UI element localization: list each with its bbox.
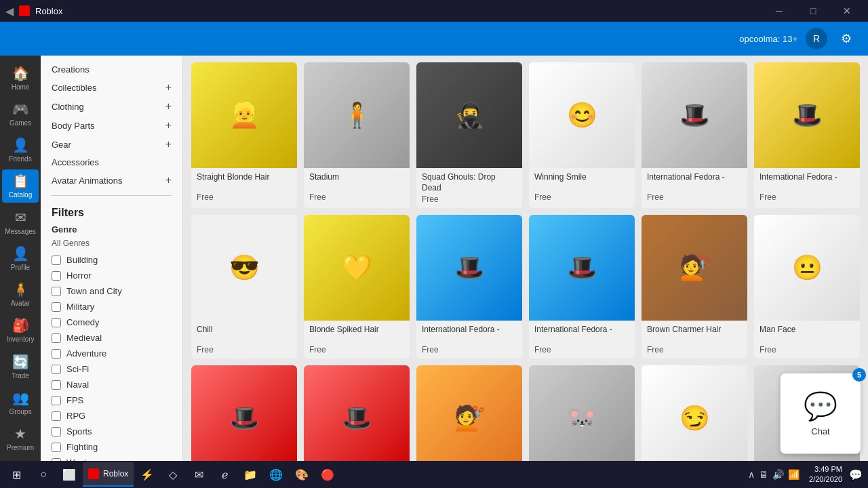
tray-up-icon[interactable]: ∧ — [748, 469, 755, 480]
taskbar: ⊞ ○ ⬜ Roblox ⚡ ◇ ✉ ℯ 📁 🌐 🎨 🔴 ∧ 🖥 🔊 📶 3:4… — [0, 461, 868, 488]
user-avatar-icon[interactable]: R — [806, 28, 827, 49]
inventory-icon: 🎒 — [12, 317, 29, 333]
item-card[interactable]: 🎩 — [304, 365, 410, 461]
item-card[interactable]: 🎩International Fedora -Free — [416, 215, 522, 359]
item-card[interactable]: 😊Winning SmileFree — [529, 62, 635, 208]
profile-icon: 👤 — [12, 245, 29, 262]
tray-wifi-icon[interactable]: 📶 — [788, 469, 800, 480]
filter-sports[interactable]: Sports — [41, 424, 182, 439]
filter-horror[interactable]: Horror — [41, 268, 182, 283]
back-button[interactable]: ◀ — [5, 5, 14, 18]
nav-item-collectibles[interactable]: Collectibles+ — [41, 78, 182, 97]
maximize-button[interactable]: □ — [797, 0, 829, 22]
filter-building[interactable]: Building — [41, 252, 182, 268]
chat-widget[interactable]: 💬 Chat 5 — [780, 373, 861, 454]
item-card-image: 😐 — [754, 215, 860, 321]
sidebar-item-inventory[interactable]: 🎒Inventory — [2, 314, 39, 347]
taskbar-clock[interactable]: 3:49 PM 2/20/2020 — [806, 464, 845, 485]
filter-town-and-city[interactable]: Town and City — [41, 283, 182, 299]
filter-fps[interactable]: FPS — [41, 392, 182, 408]
filter-checkbox-rpg[interactable] — [52, 411, 61, 421]
filter-comedy[interactable]: Comedy — [41, 314, 182, 330]
filter-checkbox-sports[interactable] — [52, 427, 61, 436]
filter-checkbox-town-and-city[interactable] — [52, 287, 61, 296]
item-card[interactable]: 😏 — [642, 365, 747, 461]
filter-checkbox-fighting[interactable] — [52, 443, 61, 452]
nav-item-body-parts[interactable]: Body Parts+ — [41, 116, 182, 135]
sidebar-item-profile[interactable]: 👤Profile — [2, 241, 39, 274]
filter-checkbox-horror[interactable] — [52, 271, 61, 281]
item-price: Free — [422, 345, 517, 354]
sidebar-item-avatar[interactable]: 🧍Avatar — [2, 278, 39, 311]
sidebar-item-trade[interactable]: 🔄Trade — [2, 350, 39, 383]
filter-checkbox-naval[interactable] — [52, 380, 61, 390]
close-button[interactable]: ✕ — [831, 0, 863, 22]
taskbar-misc1-icon[interactable]: ✉ — [186, 462, 211, 487]
taskbar-misc3-icon[interactable]: 🔴 — [315, 462, 340, 487]
filter-sci-fi[interactable]: Sci-Fi — [41, 361, 182, 377]
filter-fighting[interactable]: Fighting — [41, 439, 182, 455]
item-card[interactable]: 👱Straight Blonde HairFree — [191, 62, 297, 208]
tray-network-icon[interactable]: 🖥 — [759, 469, 768, 480]
item-card[interactable]: 🧍StadiumFree — [304, 62, 410, 208]
settings-icon[interactable]: ⚙ — [835, 28, 857, 49]
filter-military[interactable]: Military — [41, 299, 182, 314]
minimize-button[interactable]: ─ — [764, 0, 795, 22]
item-name: Blonde Spiked Hair — [309, 325, 404, 344]
taskbar-flash-icon[interactable]: ⚡ — [135, 462, 159, 487]
filter-naval[interactable]: Naval — [41, 377, 182, 392]
top-navbar: opcoolma: 13+ R ⚙ — [0, 22, 868, 56]
nav-item-accessories[interactable]: Accessories — [41, 154, 182, 171]
sidebar-item-groups[interactable]: 👥Groups — [2, 386, 39, 419]
taskbar-chrome-icon[interactable]: 🌐 — [264, 462, 288, 487]
nav-item-gear[interactable]: Gear+ — [41, 135, 182, 154]
filter-checkbox-building[interactable] — [52, 256, 61, 265]
taskbar-ie-icon[interactable]: ℯ — [212, 462, 237, 487]
side-navigation: 🏠Home🎮Games👤Friends📋Catalog✉Messages👤Pro… — [0, 56, 41, 461]
item-price: Free — [647, 192, 742, 202]
sidebar-item-home[interactable]: 🏠Home — [2, 61, 39, 94]
item-card[interactable]: 🎩International Fedora -Free — [529, 215, 635, 359]
filter-checkbox-sci-fi[interactable] — [52, 365, 61, 374]
item-card[interactable]: 🎩International Fedora -Free — [754, 62, 860, 208]
filter-medieval[interactable]: Medieval — [41, 330, 182, 346]
taskbar-dropbox-icon[interactable]: ◇ — [161, 462, 185, 487]
start-button[interactable]: ⊞ — [3, 462, 30, 487]
item-name: International Fedora - — [760, 172, 854, 191]
item-card[interactable]: 🥷Squad Ghouls: Drop DeadFree — [416, 62, 522, 208]
filter-checkbox-comedy[interactable] — [52, 318, 61, 327]
search-button[interactable]: ○ — [31, 462, 56, 487]
filter-checkbox-adventure[interactable] — [52, 349, 61, 359]
taskbar-folder-icon[interactable]: 📁 — [238, 462, 262, 487]
tray-volume-icon[interactable]: 🔊 — [772, 469, 784, 480]
taskbar-misc2-icon[interactable]: 🎨 — [290, 462, 314, 487]
filter-western[interactable]: Western — [41, 455, 182, 461]
item-card-image: 🎩 — [754, 62, 860, 168]
sidebar-item-premium[interactable]: ★Premium — [2, 422, 39, 455]
sidebar-item-friends[interactable]: 👤Friends — [2, 134, 39, 167]
nav-item-clothing[interactable]: Clothing+ — [41, 97, 182, 116]
filter-checkbox-military[interactable] — [52, 302, 61, 312]
item-card[interactable]: 🐭 — [529, 365, 635, 461]
task-view-button[interactable]: ⬜ — [57, 462, 81, 487]
item-card[interactable]: 😐Man FaceFree — [754, 215, 860, 359]
item-card[interactable]: 🎩International Fedora -Free — [642, 62, 747, 208]
system-tray: ∧ 🖥 🔊 📶 — [743, 469, 805, 480]
item-card[interactable]: 💛Blonde Spiked HairFree — [304, 215, 410, 359]
item-card[interactable]: 💇Brown Charmer HairFree — [642, 215, 747, 359]
item-card[interactable]: 😎ChillFree — [191, 215, 297, 359]
item-card-image: 🎩 — [416, 215, 522, 321]
sidebar-item-catalog[interactable]: 📋Catalog — [2, 169, 39, 203]
sidebar-item-messages[interactable]: ✉Messages — [2, 205, 39, 239]
item-card[interactable]: 💇 — [416, 365, 522, 461]
taskbar-roblox-app[interactable]: Roblox — [83, 462, 134, 487]
filter-rpg[interactable]: RPG — [41, 408, 182, 424]
notification-icon[interactable]: 💬 — [846, 468, 865, 481]
nav-item-avatar-animations[interactable]: Avatar Animations+ — [41, 171, 182, 190]
filter-checkbox-medieval[interactable] — [52, 333, 61, 343]
filter-checkbox-fps[interactable] — [52, 396, 61, 405]
item-card[interactable]: 🎩 — [191, 365, 297, 461]
nav-item-creations[interactable]: Creations — [41, 61, 182, 78]
filter-adventure[interactable]: Adventure — [41, 346, 182, 361]
sidebar-item-games[interactable]: 🎮Games — [2, 97, 39, 130]
